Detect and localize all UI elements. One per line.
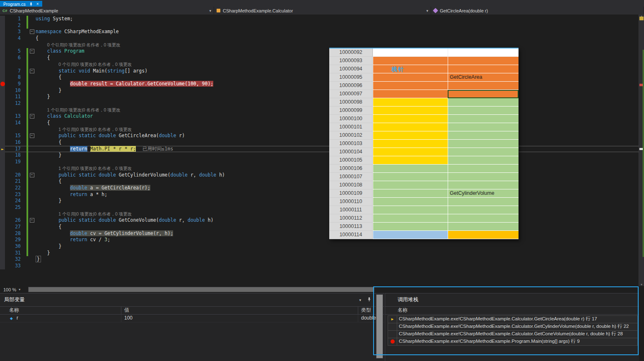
fold-margin[interactable]: − [28,68,36,75]
codelens-line[interactable]: 0 个引用|0 项更改|0 名作者，0 项更改 [0,42,639,48]
fold-margin[interactable] [28,16,36,22]
glyph-margin[interactable] [0,61,5,68]
fold-margin[interactable] [28,152,36,159]
code-line[interactable]: 18 } [0,152,639,159]
fold-margin[interactable] [28,198,36,204]
fold-margin[interactable] [28,87,36,94]
fold-margin[interactable] [28,126,36,133]
code-line[interactable]: 33 [0,263,639,269]
fold-margin[interactable] [28,165,36,172]
fold-margin[interactable] [28,139,36,146]
glyph-margin[interactable] [0,107,5,114]
glyph-margin[interactable] [0,55,5,61]
code-line[interactable]: 3−namespace CSharpMethodExample [0,29,639,35]
collapse-icon[interactable]: − [30,114,34,119]
code-line[interactable]: 23 return a * h; [0,191,639,198]
collapse-icon[interactable]: − [30,49,34,53]
code-line[interactable]: 19 [0,159,639,165]
fold-margin[interactable] [28,100,36,107]
code-line[interactable]: 31 } [0,250,639,257]
vertical-scrollbar[interactable]: ▲ ▼ [639,15,644,286]
fold-margin[interactable] [28,107,36,114]
breakpoint-icon[interactable] [0,82,5,86]
glyph-margin[interactable] [0,100,5,107]
code-line[interactable]: 5− class Program [0,48,639,55]
fold-margin[interactable] [28,146,36,153]
code-line[interactable]: 21 { [0,178,639,185]
fold-margin[interactable]: − [28,217,36,224]
code-line[interactable]: 11 } [0,94,639,100]
callstack-frame-row[interactable]: CSharpMethodExample.exe!CSharpMethodExam… [388,330,638,338]
glyph-margin[interactable] [0,113,5,120]
collapse-icon[interactable]: − [30,29,34,34]
locals-row[interactable]: ◆r100double [0,315,384,322]
glyph-margin[interactable] [0,243,5,250]
code-line[interactable]: ►17 return Math.PI * r * r;已用时间≤1ms [0,146,639,153]
glyph-margin[interactable] [0,159,5,165]
codelens-line[interactable]: 0 个引用|0 项更改|0 名作者，0 项更改 [0,61,639,68]
glyph-margin[interactable] [0,126,5,133]
locals-scrollbar[interactable] [376,294,383,359]
codelens-line[interactable]: 1 个引用|0 项更改|0 名作者，0 项更改 [0,165,639,172]
callstack-frame-row[interactable]: CSharpMethodExample.exe!CSharpMethodExam… [388,323,638,331]
code-line[interactable]: 8 { [0,74,639,81]
code-line[interactable]: 29 return cv / 3; [0,237,639,243]
close-icon[interactable]: × [36,2,39,6]
code-line[interactable]: 24 } [0,198,639,204]
fold-margin[interactable] [28,120,36,126]
glyph-margin[interactable] [0,94,5,100]
glyph-margin[interactable] [0,152,5,159]
glyph-margin[interactable] [0,185,5,191]
fold-margin[interactable] [28,243,36,250]
glyph-margin[interactable] [0,224,5,230]
zoom-control[interactable]: 100 % ▾ [0,287,27,292]
type-dropdown[interactable]: CSharpMethodExample.Calculator ▾ [214,7,431,15]
fold-margin[interactable] [28,61,36,68]
horizontal-scrollbar[interactable] [28,287,374,292]
glyph-margin[interactable] [0,22,5,29]
fold-margin[interactable]: − [28,29,36,35]
locals-panel-title-bar[interactable]: 局部变量 ▾ × [0,293,384,306]
fold-margin[interactable] [28,159,36,165]
code-line[interactable]: 6 { [0,55,639,61]
code-line[interactable]: 27 { [0,224,639,230]
glyph-margin[interactable] [0,68,5,75]
code-line[interactable]: 28 double cv = GetCylinderVolume(r, h); [0,230,639,237]
code-line[interactable]: 7− static void Main(string[] args) [0,68,639,75]
fold-margin[interactable]: − [28,48,36,55]
glyph-margin[interactable] [0,191,5,198]
fold-margin[interactable] [28,256,36,263]
code-line[interactable]: 12 [0,100,639,107]
locals-scrollbar-thumb[interactable] [376,295,383,358]
glyph-margin[interactable] [0,139,5,146]
glyph-margin[interactable] [0,87,5,94]
glyph-margin[interactable] [0,204,5,211]
code-line[interactable]: 26− public static double GetConeVolume(d… [0,217,639,224]
locals-column-name[interactable]: 名称 [0,307,121,314]
code-line[interactable]: 15− public static double GetCircleArea(d… [0,133,639,139]
glyph-margin[interactable] [0,198,5,204]
fold-margin[interactable] [28,94,36,100]
fold-margin[interactable] [28,81,36,87]
glyph-margin[interactable] [0,230,5,237]
code-line[interactable]: 1using System; [0,16,639,22]
code-line[interactable]: 32} [0,256,639,263]
code-line[interactable]: 20− public static double GetCylinderVolu… [0,172,639,179]
scroll-down-icon[interactable]: ▼ [639,283,644,286]
horizontal-scrollbar-thumb[interactable] [29,287,374,292]
glyph-margin[interactable] [0,42,5,48]
callstack-frame-row[interactable]: ►CSharpMethodExample.exe!CSharpMethodExa… [388,315,638,323]
fold-margin[interactable]: − [28,133,36,139]
fold-margin[interactable] [28,22,36,29]
glyph-margin[interactable] [0,178,5,185]
fold-margin[interactable] [28,204,36,211]
fold-margin[interactable] [28,230,36,237]
glyph-margin[interactable] [0,81,5,87]
locals-column-value[interactable]: 值 [121,307,358,314]
fold-margin[interactable]: − [28,113,36,120]
glyph-margin[interactable] [0,16,5,22]
code-line[interactable]: 22 double a = GetCircleArea(r); [0,185,639,191]
glyph-margin[interactable] [0,35,5,42]
callstack-column-name[interactable]: 名称 [385,306,639,315]
glyph-margin[interactable] [0,120,5,126]
